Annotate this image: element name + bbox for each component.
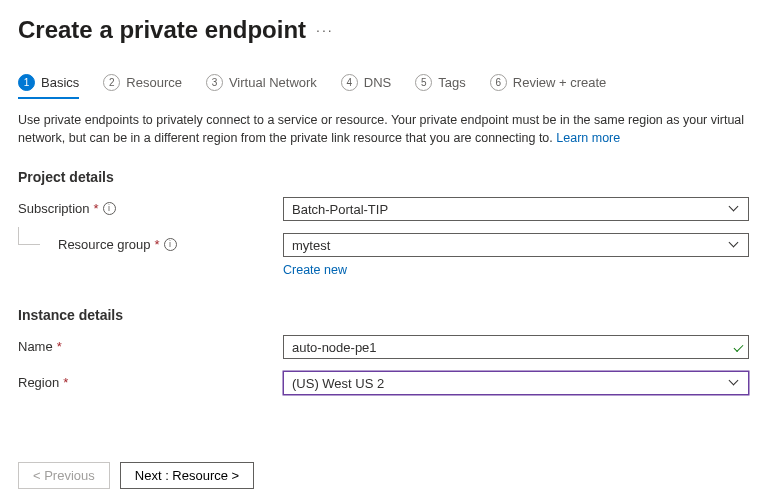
step-number-icon: 3 [206, 74, 223, 91]
tab-label: Basics [41, 75, 79, 90]
step-number-icon: 2 [103, 74, 120, 91]
step-number-icon: 1 [18, 74, 35, 91]
learn-more-link[interactable]: Learn more [556, 131, 620, 145]
tab-label: Virtual Network [229, 75, 317, 90]
subscription-label: Subscription * i [18, 197, 283, 216]
resource-group-dropdown[interactable]: mytest [283, 233, 749, 257]
region-label: Region * [18, 371, 283, 390]
description-text: Use private endpoints to privately conne… [18, 111, 749, 147]
tab-basics[interactable]: 1 Basics [18, 74, 79, 99]
section-project-details: Project details [18, 169, 749, 185]
step-number-icon: 5 [415, 74, 432, 91]
wizard-tabs: 1 Basics 2 Resource 3 Virtual Network 4 … [18, 74, 749, 97]
tab-review-create[interactable]: 6 Review + create [490, 74, 607, 97]
create-new-link[interactable]: Create new [283, 263, 749, 277]
step-number-icon: 4 [341, 74, 358, 91]
chevron-down-icon [730, 240, 740, 250]
step-number-icon: 6 [490, 74, 507, 91]
tab-label: Resource [126, 75, 182, 90]
tab-dns[interactable]: 4 DNS [341, 74, 391, 97]
info-icon[interactable]: i [103, 202, 116, 215]
page-title: Create a private endpoint [18, 16, 306, 44]
region-dropdown[interactable]: (US) West US 2 [283, 371, 749, 395]
more-menu-icon[interactable]: ··· [316, 22, 334, 38]
tab-label: Review + create [513, 75, 607, 90]
section-instance-details: Instance details [18, 307, 749, 323]
valid-check-icon [736, 340, 741, 355]
tab-label: DNS [364, 75, 391, 90]
name-label: Name * [18, 335, 283, 354]
hierarchy-line-icon [18, 227, 40, 245]
info-icon[interactable]: i [164, 238, 177, 251]
chevron-down-icon [730, 378, 740, 388]
resource-group-label: Resource group * i [18, 233, 283, 252]
tab-resource[interactable]: 2 Resource [103, 74, 182, 97]
chevron-down-icon [730, 204, 740, 214]
tab-tags[interactable]: 5 Tags [415, 74, 465, 97]
tab-label: Tags [438, 75, 465, 90]
subscription-dropdown[interactable]: Batch-Portal-TIP [283, 197, 749, 221]
name-input[interactable] [283, 335, 749, 359]
tab-virtual-network[interactable]: 3 Virtual Network [206, 74, 317, 97]
